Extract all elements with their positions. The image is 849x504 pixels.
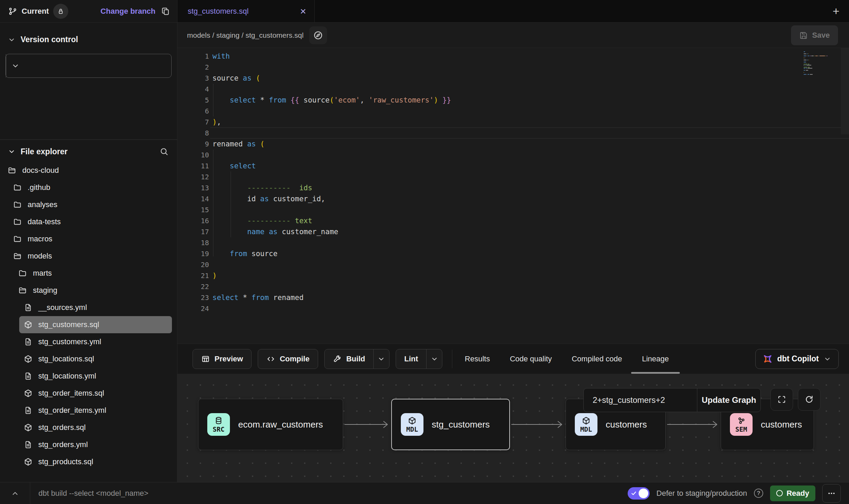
tab-compiled-code[interactable]: Compiled code [572,344,622,374]
code-line-13[interactable]: 13 ---------- ids [177,182,849,193]
preview-button[interactable]: Preview [193,349,252,369]
line-number: 19 [177,250,209,258]
status-badge[interactable]: Ready [770,485,815,501]
tree-item-models[interactable]: models [0,248,177,265]
file-icon [24,440,33,449]
tab-code-quality[interactable]: Code quality [510,344,552,374]
search-icon[interactable] [159,147,169,156]
tree-item--sources-yml[interactable]: __sources.yml [0,299,177,316]
lineage-node-ecom-raw-customers[interactable]: SRCecom.raw_customers [198,399,343,450]
line-number: 11 [177,162,209,170]
tree-item--github[interactable]: .github [0,179,177,196]
tree-item-data-tests[interactable]: data-tests [0,213,177,230]
tree-item-stg-products-sql[interactable]: stg_products.sql [0,453,177,470]
code-line-2[interactable]: 2 [177,62,849,73]
git-branch-icon [8,7,17,16]
tree-item-stg-orders-sql[interactable]: stg_orders.sql [0,419,177,436]
file-tree: docs-cloud.githubanalysesdata-testsmacro… [0,159,177,470]
tree-item-stg-customers-yml[interactable]: stg_customers.yml [0,333,177,350]
tree-item-stg-order-items-yml[interactable]: stg_order_items.yml [0,402,177,419]
file-explorer-section-header[interactable]: File explorer [0,140,177,159]
tree-item-stg-locations-yml[interactable]: stg_locations.yml [0,368,177,385]
expand-command-bar-button[interactable] [0,482,30,504]
save-button[interactable]: Save [791,25,838,45]
code-line-19[interactable]: 19 from source [177,248,849,259]
command-input[interactable]: dbt build --select <model_name> [38,489,148,498]
code-line-24[interactable]: 24 [177,303,849,314]
code-line-3[interactable]: 3source as ( [177,73,849,84]
version-control-section-header[interactable]: Version control [0,23,177,44]
code-line-8[interactable]: 8 [177,128,849,139]
tree-item-stg-locations-sql[interactable]: stg_locations.sql [0,350,177,368]
toolbar-divider [452,350,452,368]
line-number: 6 [177,107,209,115]
code-line-6[interactable]: 6 [177,106,849,117]
code-line-12[interactable]: 12 [177,171,849,182]
open-docs-compass-icon[interactable] [309,26,327,44]
code-text: ---------- ids [212,184,312,192]
more-options-button[interactable] [822,484,841,503]
code-line-16[interactable]: 16 ---------- text [177,215,849,226]
tree-item-analyses[interactable]: analyses [0,196,177,213]
tree-item-macros[interactable]: macros [0,230,177,248]
build-button[interactable]: Build [324,349,389,369]
lint-dropdown[interactable] [426,349,442,369]
dbt-copilot-button[interactable]: dbt Copilot [755,349,839,369]
close-tab-icon[interactable]: × [300,6,306,16]
update-graph-button[interactable]: Update Graph [697,388,760,412]
code-line-15[interactable]: 15 [177,204,849,215]
tab-results[interactable]: Results [465,344,490,374]
code-line-1[interactable]: 1with [177,51,849,62]
lineage-selector-group: 2+stg_customers+2 Update Graph [583,388,761,412]
defer-toggle[interactable] [628,487,650,500]
code-line-17[interactable]: 17 name as customer_name [177,226,849,237]
build-dropdown[interactable] [373,349,389,369]
create-branch-button[interactable]: Create branch [5,54,172,78]
code-line-7[interactable]: 7), [177,117,849,128]
compile-button[interactable]: Compile [258,349,318,369]
tree-item-label: macros [28,235,53,243]
code-line-5[interactable]: 5 select * from {{ source('ecom', 'raw_c… [177,95,849,106]
fullscreen-button[interactable] [770,388,793,411]
change-branch-link[interactable]: Change branch [101,7,155,16]
badge-label: MDL [406,425,418,433]
code-line-9[interactable]: 9renamed as ( [177,139,849,149]
cube-icon [24,320,33,329]
tree-item-label: marts [33,269,52,278]
lint-button[interactable]: Lint [396,349,442,369]
chevron-down-icon [8,147,16,156]
tree-item-label: .github [28,183,50,192]
tree-item-staging[interactable]: staging [0,282,177,299]
tree-item-stg-customers-sql[interactable]: stg_customers.sql [19,316,172,333]
code-line-22[interactable]: 22 [177,281,849,292]
editor-scrollbar[interactable] [841,48,849,134]
code-text: select * from renamed [212,293,304,302]
tree-item-stg-orders-yml[interactable]: stg_orders.yml [0,436,177,453]
node-label: stg_customers [432,419,490,430]
code-line-20[interactable]: 20 [177,259,849,270]
code-text: renamed as ( [212,140,265,148]
line-number: 8 [177,129,209,137]
code-line-11[interactable]: 11 select [177,160,849,171]
editor-minimap[interactable] [804,51,828,76]
code-line-4[interactable]: 4 [177,84,849,95]
create-branch-dropdown[interactable] [6,54,24,77]
new-tab-button[interactable]: + [833,4,839,18]
code-line-18[interactable]: 18 [177,237,849,248]
tree-item-marts[interactable]: marts [0,265,177,282]
code-line-10[interactable]: 10 [177,149,849,160]
refresh-graph-button[interactable] [798,388,821,411]
copy-branch-icon[interactable] [161,7,170,16]
code-line-21[interactable]: 21) [177,270,849,281]
cube-icon [24,423,33,432]
code-line-23[interactable]: 23select * from renamed [177,292,849,303]
tab-lineage[interactable]: Lineage [642,344,669,374]
tree-item-stg-order-items-sql[interactable]: stg_order_items.sql [0,385,177,402]
lineage-node-stg-customers[interactable]: MDLstg_customers [391,399,510,450]
tree-item-docs-cloud[interactable]: docs-cloud [0,162,177,179]
lineage-selector-input[interactable]: 2+stg_customers+2 [584,388,697,412]
code-line-14[interactable]: 14 id as customer_id, [177,193,849,204]
help-icon[interactable]: ? [754,489,763,498]
code-editor[interactable]: 1with23source as (45 select * from {{ so… [177,48,849,344]
tab-stg-customers-sql[interactable]: stg_customers.sql × [177,0,315,22]
